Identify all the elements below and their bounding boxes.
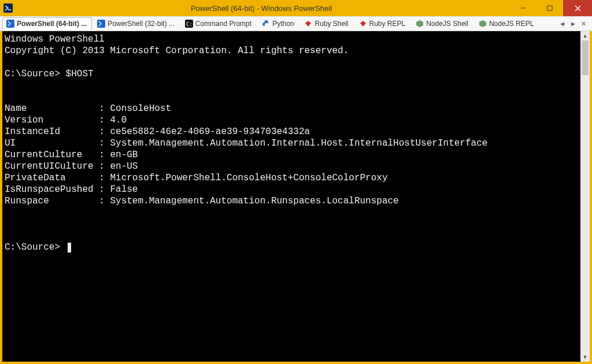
- window-title: PowerShell (64-bit) - Windows PowerShell: [13, 4, 510, 13]
- text-cursor: [68, 243, 71, 252]
- svg-point-9: [264, 21, 265, 22]
- ruby-icon: [359, 20, 367, 28]
- tab-nodejs-shell[interactable]: NodeJS Shell: [412, 17, 473, 30]
- tab-powershell-64-bit[interactable]: PowerShell (64-bit) ...: [2, 17, 92, 30]
- node-icon: [416, 20, 424, 28]
- svg-marker-10: [305, 21, 311, 27]
- tab-command-prompt[interactable]: C:Command Prompt: [181, 17, 257, 30]
- tab-label: Command Prompt: [195, 20, 251, 28]
- tab-python[interactable]: Python: [258, 17, 299, 30]
- ps-blue-icon: [6, 20, 14, 28]
- ps-blue-icon: [97, 20, 105, 28]
- scroll-down-icon[interactable]: ▼: [580, 352, 590, 362]
- tab-label: PowerShell (32-bit) ...: [108, 20, 174, 28]
- py-icon: [262, 20, 270, 28]
- maximize-button[interactable]: [536, 0, 563, 16]
- vertical-scrollbar[interactable]: ▲ ▼: [580, 31, 590, 362]
- tab-ruby-repl[interactable]: Ruby REPL: [355, 17, 411, 30]
- window-titlebar: PowerShell (64-bit) - Windows PowerShell: [0, 0, 592, 16]
- close-button[interactable]: [563, 0, 592, 16]
- tab-powershell-32-bit[interactable]: PowerShell (32-bit) ...: [93, 17, 179, 30]
- svg-marker-13: [479, 20, 486, 27]
- svg-marker-11: [360, 21, 366, 27]
- tab-nav-left-icon[interactable]: ◄: [559, 20, 565, 27]
- tab-label: PowerShell (64-bit) ...: [17, 20, 87, 28]
- cmd-icon: C:: [185, 20, 193, 28]
- tab-nav-right-icon[interactable]: ►: [570, 20, 576, 27]
- tab-close-icon[interactable]: ✕: [581, 20, 586, 28]
- prompt: C:\Source>: [5, 242, 60, 252]
- app-icon: [3, 3, 13, 13]
- svg-text:C:: C:: [186, 21, 193, 27]
- tab-strip: PowerShell (64-bit) ...PowerShell (32-bi…: [0, 16, 592, 31]
- tab-label: Ruby REPL: [369, 20, 406, 28]
- ruby-icon: [304, 20, 312, 28]
- tab-label: NodeJS Shell: [426, 20, 468, 28]
- tab-nodejs-repl[interactable]: NodeJS REPL: [475, 17, 539, 30]
- minimize-button[interactable]: [510, 0, 536, 16]
- svg-marker-12: [416, 20, 423, 27]
- svg-rect-2: [547, 6, 552, 10]
- tab-ruby-shell[interactable]: Ruby Shell: [300, 17, 353, 30]
- scroll-track[interactable]: [580, 40, 590, 352]
- terminal-output[interactable]: Windows PowerShell Copyright (C) 2013 Mi…: [2, 31, 580, 362]
- scroll-up-icon[interactable]: ▲: [580, 31, 590, 40]
- scroll-thumb[interactable]: [582, 40, 589, 75]
- tab-label: Ruby Shell: [314, 20, 348, 28]
- node-icon: [479, 20, 487, 28]
- prompt-line[interactable]: C:\Source>: [5, 242, 71, 252]
- tab-label: NodeJS REPL: [489, 20, 534, 28]
- tab-label: Python: [272, 20, 294, 28]
